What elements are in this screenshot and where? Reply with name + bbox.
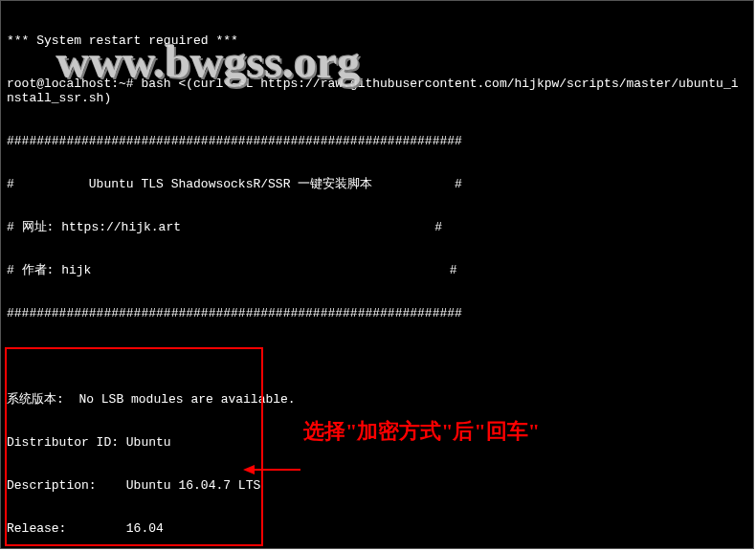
banner-hash-bottom: ########################################… — [7, 306, 747, 320]
distributor-id: Distributor ID: Ubuntu — [7, 435, 747, 450]
svg-marker-1 — [243, 465, 255, 474]
banner-hash-top: ########################################… — [7, 134, 747, 148]
description: Description: Ubuntu 16.04.7 LTS — [7, 478, 747, 493]
restart-message: *** System restart required *** — [7, 33, 747, 48]
banner-url: # 网址: https://hijk.art # — [7, 220, 747, 234]
release: Release: 16.04 — [7, 521, 747, 536]
banner-author: # 作者: hijk # — [7, 263, 747, 277]
banner-title: # Ubuntu TLS ShadowsocksR/SSR 一键安装脚本 # — [7, 177, 747, 191]
terminal-window[interactable]: *** System restart required *** root@loc… — [0, 0, 754, 549]
watermark-text: www.bwgss.org — [56, 55, 360, 69]
system-version: 系统版本: No LSB modules are available. — [7, 392, 747, 407]
blank-line — [7, 349, 747, 364]
shell-prompt-command: root@localhost:~# bash <(curl -sL https:… — [7, 77, 745, 105]
